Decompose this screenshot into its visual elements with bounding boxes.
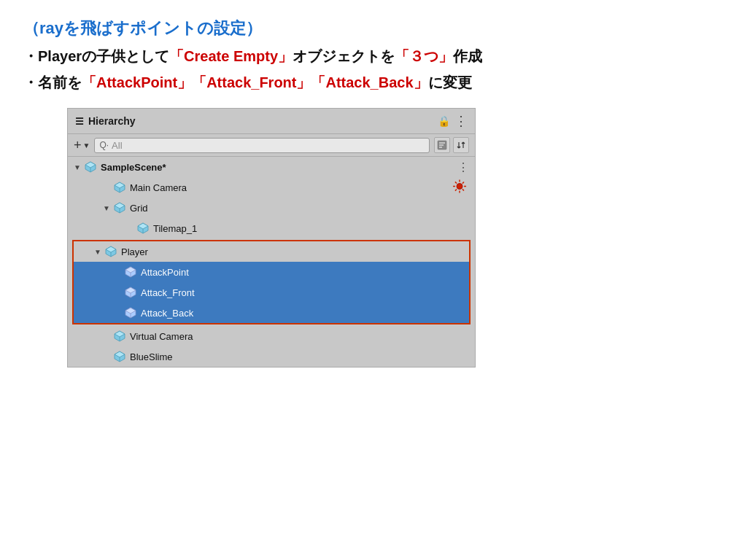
grid-icon (113, 201, 126, 214)
tree-item-virtual-camera[interactable]: ▶ Virtual Camera (68, 326, 475, 346)
hierarchy-title-text: Hierarchy (88, 115, 136, 127)
grid-label: Grid (130, 203, 148, 214)
virtual-camera-icon (113, 330, 126, 343)
tree-item-blue-slime[interactable]: ▶ BlueSlime (68, 346, 475, 367)
instr1-suffix: 作成 (453, 48, 482, 64)
header-right: 🔒 ⋮ (438, 113, 468, 129)
header-menu-icon[interactable]: ⋮ (454, 113, 468, 129)
attack-point-label: AttackPoint (141, 267, 189, 278)
instr1-highlight1: 「Create Empty」 (169, 48, 293, 64)
page-container: （rayを飛ばすポイントの設定） ・Playerの子供として「Create Em… (0, 0, 747, 385)
scene-icon (84, 160, 97, 174)
tree-item-sample-scene[interactable]: ▼ SampleScene* ⋮ (68, 157, 475, 177)
search-box[interactable]: Q· All (94, 138, 430, 153)
annotation-line: （rayを飛ばすポイントの設定） (23, 18, 724, 39)
attack-back-label: Attack_Back (141, 308, 193, 319)
add-button[interactable]: + ▼ (74, 138, 90, 153)
tree-item-attack-point[interactable]: ▶ AttackPoint (74, 262, 469, 282)
tree-item-tilemap[interactable]: ▶ Tilemap_1 (68, 218, 475, 238)
attack-back-icon (124, 306, 137, 319)
tree-item-main-camera[interactable]: ▶ Main Camera (68, 177, 475, 198)
svg-point-7 (457, 184, 462, 190)
main-camera-icon (113, 181, 126, 194)
annotation-text: （rayを飛ばすポイントの設定） (23, 19, 262, 37)
add-arrow: ▼ (83, 141, 90, 149)
filter-icon-button[interactable] (434, 137, 450, 153)
hierarchy-title: ☰ Hierarchy (75, 115, 136, 127)
hierarchy-toolbar: + ▼ Q· All (68, 134, 475, 157)
add-label: + (74, 138, 82, 153)
instr2-highlight3: 「Attack_Back」 (311, 74, 427, 90)
toolbar-icons (434, 137, 469, 153)
instr2-suffix: に変更 (428, 74, 472, 90)
scene-menu-icon[interactable]: ⋮ (457, 160, 469, 174)
scene-label: SampleScene* (101, 162, 166, 173)
lock-icon[interactable]: 🔒 (438, 115, 450, 127)
search-prefix: Q· (99, 140, 109, 150)
main-camera-label: Main Camera (130, 182, 187, 193)
hierarchy-panel: ☰ Hierarchy 🔒 ⋮ + ▼ Q· All (67, 108, 476, 368)
blue-slime-label: BlueSlime (130, 351, 173, 362)
virtual-camera-label: Virtual Camera (130, 331, 193, 342)
tree-item-player[interactable]: ▼ Player (74, 241, 469, 262)
player-label: Player (121, 246, 148, 257)
list-icon: ☰ (75, 116, 84, 127)
instruction-line-2: ・名前を「AttackPoint」「Attack_Front」「Attack_B… (23, 71, 724, 93)
tree-item-grid[interactable]: ▼ Grid (68, 198, 475, 218)
instr2-highlight2: 「Attack_Front」 (192, 74, 311, 90)
hierarchy-header: ☰ Hierarchy 🔒 ⋮ (68, 109, 475, 134)
instr1-highlight2: 「３つ」 (395, 48, 453, 64)
instr1-mid: オブジェクトを (293, 48, 395, 64)
player-arrow: ▼ (94, 248, 103, 256)
attack-front-icon (124, 286, 137, 299)
instr1-prefix: ・Playerの子供として (23, 48, 169, 64)
instruction-line-1: ・Playerの子供として「Create Empty」オブジェクトを「３つ」作成 (23, 45, 724, 67)
sort-icon-button[interactable] (453, 137, 469, 153)
tilemap-label: Tilemap_1 (153, 223, 197, 234)
tree-item-attack-front[interactable]: ▶ Attack_Front (74, 282, 469, 303)
search-input[interactable]: All (112, 140, 425, 151)
tilemap-icon (136, 222, 150, 235)
blue-slime-icon (113, 350, 126, 363)
player-group-box: ▼ Player ▶ (72, 240, 471, 324)
player-icon (104, 245, 117, 258)
main-camera-gear (452, 179, 468, 197)
hierarchy-content: ▼ SampleScene* ⋮ ▶ (68, 157, 475, 367)
instr2-prefix: ・名前を (23, 74, 82, 90)
instr2-highlight1: 「AttackPoint」 (82, 74, 192, 90)
scene-arrow: ▼ (74, 163, 82, 171)
grid-arrow: ▼ (103, 204, 112, 212)
attack-front-label: Attack_Front (141, 287, 195, 298)
attack-point-icon (124, 265, 137, 279)
tree-item-attack-back[interactable]: ▶ Attack_Back (74, 303, 469, 323)
